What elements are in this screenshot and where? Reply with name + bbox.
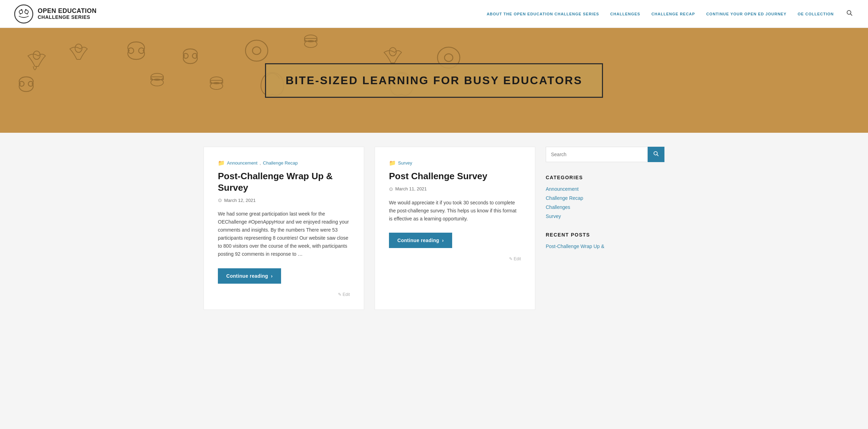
logo-line2: CHALLENGE SERIES bbox=[38, 15, 97, 20]
post-1-excerpt: We had some great participation last wee… bbox=[218, 210, 350, 259]
categories-widget-title: CATEGORIES bbox=[546, 175, 664, 180]
arrow-icon-1: › bbox=[271, 273, 273, 279]
post-2-excerpt: We would appreciate it if you took 30 se… bbox=[389, 199, 521, 223]
search-submit-button[interactable] bbox=[648, 147, 664, 162]
search-input[interactable] bbox=[546, 147, 648, 162]
post-2-date: ⊙ March 11, 2021 bbox=[389, 186, 521, 192]
post-1-category-recap[interactable]: Challenge Recap bbox=[263, 160, 298, 166]
svg-point-1 bbox=[19, 10, 23, 14]
recent-posts-widget-title: RECENT POSTS bbox=[546, 232, 664, 238]
search-icon bbox=[846, 10, 853, 16]
clock-icon-1: ⊙ bbox=[218, 197, 222, 203]
hero-banner: BITE-SIZED LEARNING FOR BUSY EDUCATORS bbox=[0, 28, 868, 133]
hero-text-box: BITE-SIZED LEARNING FOR BUSY EDUCATORS bbox=[265, 63, 603, 98]
recent-post-link-1[interactable]: Post-Challenge Wrap Up & bbox=[546, 243, 604, 249]
svg-point-4 bbox=[25, 9, 27, 10]
post-1-title: Post-Challenge Wrap Up & Survey bbox=[218, 170, 350, 193]
category-link-announcement[interactable]: Announcement bbox=[546, 186, 579, 192]
category-item-challenges: Challenges bbox=[546, 204, 664, 210]
post-2-continue-reading-button[interactable]: Continue reading › bbox=[389, 233, 452, 248]
category-icon-1: 📁 bbox=[218, 160, 225, 166]
svg-line-8 bbox=[851, 14, 852, 16]
post-1-edit-label: ✎ Edit bbox=[338, 292, 350, 297]
nav-challenge-recap[interactable]: CHALLENGE RECAP bbox=[652, 12, 695, 16]
main-nav: ABOUT THE OPEN EDUCATION CHALLENGE SERIE… bbox=[487, 8, 854, 19]
post-2-edit-link[interactable]: ✎ Edit bbox=[389, 256, 521, 261]
sidebar: CATEGORIES Announcement Challenge Recap … bbox=[546, 147, 664, 310]
svg-point-25 bbox=[444, 54, 453, 61]
post-1-date: ⊙ March 12, 2021 bbox=[218, 197, 350, 203]
post-1-date-text: March 12, 2021 bbox=[224, 198, 256, 203]
post-1-edit-link[interactable]: ✎ Edit bbox=[218, 292, 350, 297]
category-item-announcement: Announcement bbox=[546, 186, 664, 192]
svg-point-6 bbox=[27, 13, 28, 14]
recent-post-item-1: Post-Challenge Wrap Up & bbox=[546, 243, 664, 249]
svg-point-0 bbox=[15, 5, 33, 23]
svg-point-2 bbox=[25, 10, 28, 14]
recent-posts-list: Post-Challenge Wrap Up & bbox=[546, 243, 664, 249]
category-link-challenges[interactable]: Challenges bbox=[546, 204, 570, 210]
arrow-icon-2: › bbox=[442, 238, 444, 243]
recent-posts-widget: RECENT POSTS Post-Challenge Wrap Up & bbox=[546, 232, 664, 249]
search-submit-icon bbox=[653, 151, 659, 157]
post-card-2: 📁 Survey Post Challenge Survey ⊙ March 1… bbox=[375, 147, 535, 310]
category-link-survey[interactable]: Survey bbox=[546, 213, 561, 219]
post-2-title: Post Challenge Survey bbox=[389, 170, 521, 182]
logo-line1: OPEN EDUCATION bbox=[38, 8, 97, 15]
post-2-edit-label: ✎ Edit bbox=[509, 256, 521, 261]
category-item-survey: Survey bbox=[546, 213, 664, 219]
clock-icon-2: ⊙ bbox=[389, 186, 393, 192]
post-2-categories: 📁 Survey bbox=[389, 160, 521, 166]
logo-text: OPEN EDUCATION CHALLENGE SERIES bbox=[38, 8, 97, 20]
categories-widget: CATEGORIES Announcement Challenge Recap … bbox=[546, 175, 664, 219]
post-2-continue-reading-label: Continue reading bbox=[397, 238, 439, 243]
category-icon-2: 📁 bbox=[389, 160, 396, 166]
svg-point-16 bbox=[252, 47, 261, 54]
post-1-categories: 📁 Announcement , Challenge Recap bbox=[218, 160, 350, 166]
hero-banner-container: BITE-SIZED LEARNING FOR BUSY EDUCATORS bbox=[0, 28, 868, 133]
site-logo[interactable]: OPEN EDUCATION CHALLENGE SERIES bbox=[14, 4, 97, 24]
header-search-button[interactable] bbox=[845, 8, 854, 19]
search-widget bbox=[546, 147, 664, 162]
category-item-challenge-recap: Challenge Recap bbox=[546, 195, 664, 201]
nav-about[interactable]: ABOUT THE OPEN EDUCATION CHALLENGE SERIE… bbox=[487, 12, 599, 16]
post-1-continue-reading-label: Continue reading bbox=[226, 273, 268, 279]
svg-line-32 bbox=[657, 154, 658, 156]
categories-list: Announcement Challenge Recap Challenges … bbox=[546, 186, 664, 219]
post-1-category-announcement[interactable]: Announcement bbox=[227, 160, 257, 166]
post-card-1: 📁 Announcement , Challenge Recap Post-Ch… bbox=[204, 147, 364, 310]
svg-point-5 bbox=[20, 13, 21, 14]
svg-point-15 bbox=[245, 40, 268, 61]
post-1-continue-reading-button[interactable]: Continue reading › bbox=[218, 268, 281, 284]
svg-point-3 bbox=[21, 9, 22, 10]
post-2-category-survey[interactable]: Survey bbox=[398, 160, 412, 166]
nav-oe-collection[interactable]: OE COLLECTION bbox=[798, 12, 834, 16]
hero-title: BITE-SIZED LEARNING FOR BUSY EDUCATORS bbox=[286, 74, 582, 87]
nav-continue-journey[interactable]: CONTINUE YOUR OPEN ED JOURNEY bbox=[706, 12, 787, 16]
site-header: OPEN EDUCATION CHALLENGE SERIES ABOUT TH… bbox=[0, 0, 868, 28]
nav-challenges[interactable]: CHALLENGES bbox=[610, 12, 640, 16]
logo-icon bbox=[14, 4, 34, 24]
post-2-date-text: March 11, 2021 bbox=[395, 186, 427, 191]
category-separator: , bbox=[259, 160, 261, 166]
category-link-challenge-recap[interactable]: Challenge Recap bbox=[546, 195, 583, 201]
main-content: 📁 Announcement , Challenge Recap Post-Ch… bbox=[190, 133, 678, 324]
